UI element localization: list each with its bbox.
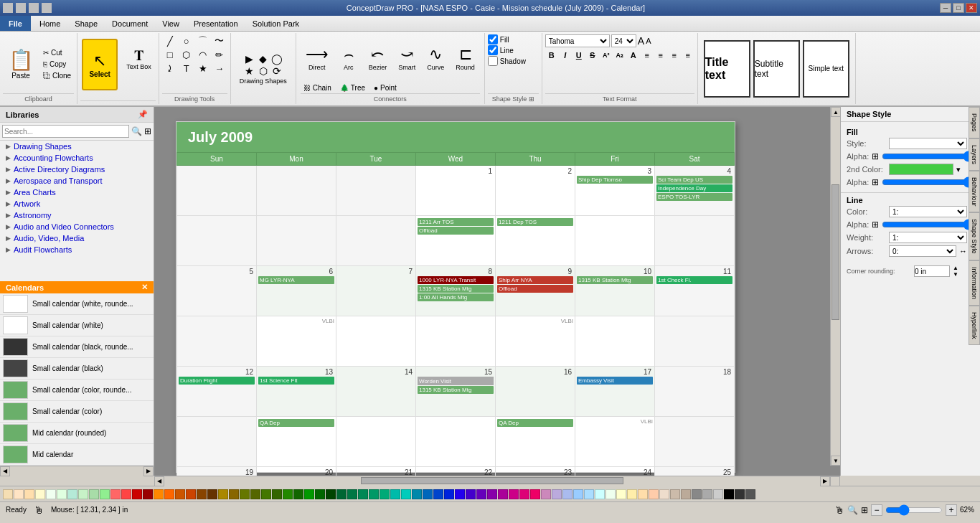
library-active-directory[interactable]: ▶Active Directory Diagrams (0, 164, 154, 175)
pin-icon[interactable]: 📌 (138, 110, 148, 119)
chain-button[interactable]: ⛓ Chain (301, 83, 334, 93)
color-swatch-green[interactable] (304, 489, 314, 499)
cell-w1-wed[interactable]: 1 (416, 166, 496, 216)
color-swatch-dkgreen[interactable] (272, 489, 282, 499)
color-swatch-violet1[interactable] (466, 489, 476, 499)
color-swatch-seafoam[interactable] (67, 489, 77, 499)
cell-w2-thu[interactable]: 9 Ship Arr NYA Offload (496, 266, 575, 316)
vtab-behaviour[interactable]: Behaviour (969, 171, 980, 213)
tree-button[interactable]: 🌲 Tree (337, 83, 368, 93)
color-swatch-teal4[interactable] (369, 489, 379, 499)
color-swatch-palegn[interactable] (606, 489, 616, 499)
menu-home[interactable]: Home (32, 16, 67, 31)
zoom-slider[interactable] (885, 504, 943, 516)
bold-button[interactable]: B (545, 49, 558, 62)
color-swatch-lgreen[interactable] (100, 489, 110, 499)
color-swatch-rust[interactable] (186, 489, 196, 499)
cell-w2-wed[interactable]: 8 1000 LYR-NYA Transit 1315 KB Station M… (416, 266, 496, 316)
library-area-charts[interactable]: ▶Area Charts (0, 187, 154, 198)
scroll-left[interactable]: ◀ (154, 476, 164, 486)
cell-w4-fri[interactable]: 24 (575, 467, 655, 476)
cell-w4-sun[interactable]: 19 (177, 467, 257, 476)
arrow-btn[interactable]: ↔ (959, 247, 967, 255)
color-swatch-teal5[interactable] (380, 489, 390, 499)
menu-view[interactable]: View (155, 16, 187, 31)
cell-w3b-sun[interactable] (177, 417, 257, 467)
cell-w4-tue[interactable]: 21 (336, 467, 416, 476)
clone-button[interactable]: ⿻ Clone (40, 70, 74, 81)
color-swatch-olive3[interactable] (261, 489, 271, 499)
color-swatch-teal1[interactable] (336, 489, 347, 499)
subtitle-style-button[interactable]: Subtitle text (753, 40, 800, 98)
title-style-button[interactable]: Title text (704, 40, 750, 98)
menu-solution-park[interactable]: Solution Park (245, 16, 306, 31)
drawing-shapes-button[interactable]: ▶ ◆ ◯ ★ ⬡ ⟳ Drawing Shapes (235, 47, 291, 90)
vtab-shape-style[interactable]: Shape Style (969, 212, 980, 260)
cal-item-2[interactable]: Small calendar (black, rounde... (0, 336, 154, 358)
subscript-button[interactable]: A₂ (613, 49, 626, 62)
color-swatch-orange[interactable] (154, 489, 164, 499)
shadow-checkbox[interactable] (488, 56, 498, 66)
poly-tool[interactable]: ⬡ (179, 48, 194, 61)
zoom-out-button[interactable]: − (871, 504, 882, 516)
line-tool[interactable]: ╱ (162, 34, 178, 47)
zoom-in-button[interactable]: + (946, 504, 957, 516)
canvas-area[interactable]: July 2009 Sun Mon Tue Wed Thu Fri Sat (154, 107, 840, 476)
cell-w3b-tue[interactable] (336, 417, 416, 467)
line-color-dropdown[interactable]: 1: (889, 206, 967, 217)
color-swatch-red1[interactable] (110, 489, 121, 499)
scroll-up-arrow[interactable]: ▲ (831, 107, 840, 117)
color-swatch-lbblue[interactable] (573, 489, 583, 499)
color-swatch-indigo[interactable] (455, 489, 465, 499)
library-artwork[interactable]: ▶Artwork (0, 198, 154, 209)
cell-w3b-fri[interactable]: VLBI (575, 417, 655, 467)
color-swatch-burntsienna[interactable] (175, 489, 185, 499)
fill-checkbox[interactable] (488, 34, 498, 44)
search-input[interactable] (2, 125, 129, 138)
cell-w4-sat[interactable]: 25 (655, 467, 735, 476)
color-swatch-tan3[interactable] (681, 489, 691, 499)
scroll-right[interactable]: ▶ (820, 476, 830, 486)
color-swatch-olive1[interactable] (240, 489, 250, 499)
alpha-slider-2nd[interactable] (882, 179, 974, 186)
cell-w1-tue[interactable] (336, 166, 416, 216)
cell-w3-wed[interactable]: 15 Worden Visit 1315 KB Station Mtg (416, 367, 496, 417)
align-justify-button[interactable]: ≡ (682, 49, 694, 62)
color-swatch-paleorange2[interactable] (638, 489, 648, 499)
cell-w1b-sun[interactable] (177, 216, 257, 266)
color-swatch-lavender1[interactable] (552, 489, 562, 499)
scroll-down-arrow[interactable]: ▼ (831, 456, 840, 466)
arc-tool[interactable]: ◠ (195, 48, 211, 61)
cell-w3b-mon[interactable]: QA Dep (257, 417, 336, 467)
text-color-button[interactable]: A (627, 49, 640, 62)
color-swatch-violet2[interactable] (476, 489, 486, 499)
cell-w3-sat[interactable]: 18 (655, 367, 735, 417)
menu-document[interactable]: Document (105, 16, 155, 31)
pen-tool[interactable]: ✏ (212, 48, 227, 61)
grid-view-icon[interactable]: ⊞ (144, 126, 151, 136)
left-panel-scrollbar[interactable]: ◀ ▶ (0, 466, 154, 476)
cell-w4-wed[interactable]: 22 1315 KB Station Mtg (416, 467, 496, 476)
color-swatch-olive2[interactable] (250, 489, 260, 499)
scroll-left-arrow[interactable]: ◀ (0, 466, 10, 476)
textbox-button[interactable]: 𝐓 Text Box (122, 37, 156, 80)
color-swatch-pink3[interactable] (530, 489, 540, 499)
bezier-connector-button[interactable]: ⤺ Bezier (364, 43, 392, 73)
color-swatch-dimgray[interactable] (745, 489, 755, 499)
scroll-track-v[interactable] (831, 117, 840, 456)
library-aerospace[interactable]: ▶Aerospace and Transport (0, 175, 154, 187)
spline-tool[interactable]: ⤸ (162, 62, 178, 75)
cell-w2b-mon[interactable]: VLBI (257, 316, 336, 367)
color-swatch-lightgreen[interactable] (78, 489, 88, 499)
style-dropdown[interactable] (889, 138, 967, 149)
scroll-right-arrow[interactable]: ▶ (143, 466, 154, 476)
search-icon[interactable]: 🔍 (131, 126, 142, 136)
color-swatch-tan2[interactable] (670, 489, 680, 499)
alpha-slider-line[interactable] (882, 221, 974, 228)
cal-item-4[interactable]: Small calendar (color, rounde... (0, 380, 154, 401)
arc-connector-button[interactable]: ⌢ Arc (335, 43, 362, 73)
restore-button[interactable]: □ (953, 3, 964, 13)
cell-w2b-fri[interactable] (575, 316, 655, 367)
font-name-select[interactable]: Tahoma (545, 34, 610, 47)
color-swatch-paleorange[interactable] (627, 489, 637, 499)
